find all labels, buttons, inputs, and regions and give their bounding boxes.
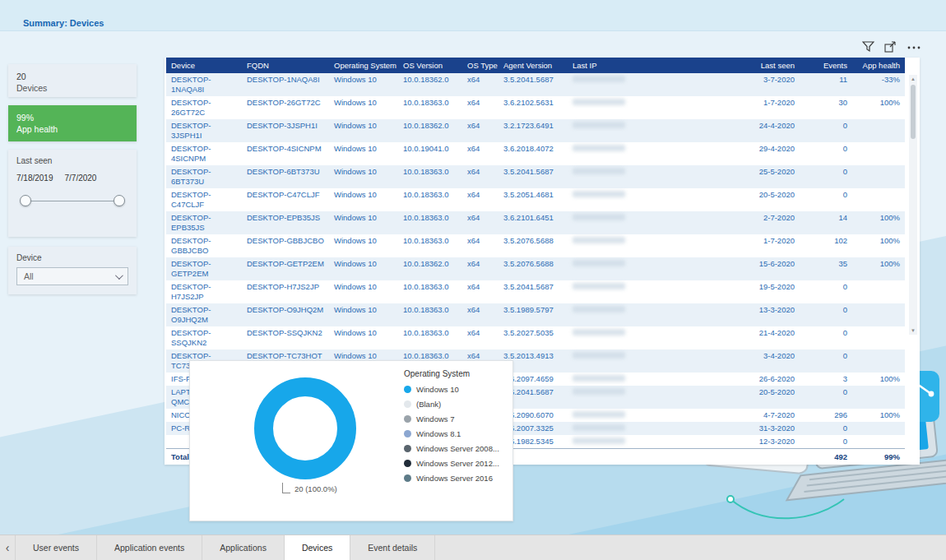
visual-toolbar — [862, 41, 921, 53]
tab-devices[interactable]: Devices — [285, 535, 350, 560]
devices-count-value: 20 — [16, 71, 128, 82]
device-dropdown[interactable]: All — [16, 267, 128, 285]
legend-item[interactable]: (Blank) — [404, 400, 499, 409]
filter-icon[interactable] — [862, 41, 874, 53]
table-header-row: DeviceFQDNOperating SystemOS VersionOS T… — [166, 58, 905, 73]
tab-applications[interactable]: Applications — [202, 535, 285, 560]
legend-item[interactable]: Windows 7 — [404, 414, 499, 423]
column-header-os-version[interactable]: OS Version — [398, 58, 462, 73]
redacted-ip-value — [573, 329, 625, 336]
last-seen-end-date[interactable]: 7/7/2020 — [65, 174, 97, 183]
tab-scroll-left-icon[interactable]: ‹ — [0, 535, 15, 560]
legend-item[interactable]: Windows Server 2008... — [404, 444, 499, 453]
column-header-last-ip[interactable]: Last IP — [568, 58, 730, 73]
table-row[interactable]: DESKTOP-26GT72CDESKTOP-26GT72CWindows 10… — [166, 96, 905, 119]
column-header-app-health[interactable]: App health — [852, 58, 905, 73]
column-header-operating-system[interactable]: Operating System — [329, 58, 398, 73]
table-row[interactable]: DESKTOP-SSQJKN2DESKTOP-SSQJKN2Windows 10… — [166, 326, 905, 349]
table-row[interactable]: DESKTOP-1NAQA8IDESKTOP-1NAQA8IWindows 10… — [166, 73, 905, 96]
table-scrollbar[interactable]: ▲ ▼ — [909, 75, 917, 335]
redacted-ip-value — [573, 437, 625, 444]
scrollbar-track[interactable] — [910, 83, 916, 326]
scrollbar-thumb[interactable] — [911, 85, 916, 139]
total-app-health: 99% — [852, 449, 905, 465]
redacted-ip-value — [573, 145, 625, 151]
more-options-icon[interactable] — [907, 41, 921, 53]
scroll-up-icon[interactable]: ▲ — [911, 75, 916, 83]
chevron-down-icon — [115, 271, 123, 280]
label-connector-line — [282, 483, 290, 493]
legend-dot-icon — [404, 445, 411, 452]
cell-last-ip — [568, 303, 730, 326]
legend-label: Windows 10 — [416, 385, 459, 394]
table-row[interactable]: DESKTOP-GBBJCBODESKTOP-GBBJCBOWindows 10… — [166, 234, 905, 257]
redacted-ip-value — [573, 260, 625, 266]
redacted-ip-value — [573, 191, 625, 197]
legend-item[interactable]: Windows 8.1 — [404, 429, 499, 438]
table-row[interactable]: DESKTOP-C47CLJFDESKTOP-C47CLJFWindows 10… — [166, 188, 905, 211]
legend-label: Windows Server 2012... — [416, 459, 499, 468]
legend-item[interactable]: Windows 10 — [404, 385, 499, 394]
cell-last-ip — [568, 96, 730, 119]
legend-label: (Blank) — [416, 400, 441, 409]
legend-dot-icon — [404, 474, 411, 482]
tab-event-details[interactable]: Event details — [350, 535, 435, 560]
last-seen-slicer: Last seen 7/18/2019 7/7/2020 — [8, 150, 137, 237]
devices-count-card: 20 Devices — [8, 64, 137, 97]
scroll-down-icon[interactable]: ▼ — [911, 326, 916, 335]
legend-label: Windows Server 2008... — [416, 444, 499, 453]
table-row[interactable]: DESKTOP-4SICNPMDESKTOP-4SICNPMWindows 10… — [166, 142, 905, 165]
table-row[interactable]: DESKTOP-O9JHQ2MDESKTOP-O9JHQ2MWindows 10… — [166, 303, 905, 326]
cell-last-ip — [568, 349, 730, 373]
chart-legend: Operating System Windows 10(Blank)Window… — [404, 369, 499, 488]
focus-mode-icon[interactable] — [884, 41, 897, 53]
donut-ring[interactable] — [254, 377, 356, 479]
legend-dot-icon — [404, 430, 411, 437]
redacted-ip-value — [573, 388, 625, 395]
last-seen-start-date[interactable]: 7/18/2019 — [16, 174, 53, 183]
legend-item[interactable]: Windows Server 2016 — [404, 474, 499, 483]
table-row[interactable]: DESKTOP-6BT373UDESKTOP-6BT373UWindows 10… — [166, 165, 905, 188]
cell-last-ip — [568, 422, 730, 435]
column-header-agent-version[interactable]: Agent Version — [499, 58, 568, 73]
column-header-device[interactable]: Device — [166, 58, 242, 73]
table-row[interactable]: DESKTOP-EPB35JSDESKTOP-EPB35JSWindows 10… — [166, 211, 905, 234]
table-row[interactable]: DESKTOP-H7JS2JPDESKTOP-H7JS2JPWindows 10… — [166, 280, 905, 303]
report-tab-bar: ‹ User eventsApplication eventsApplicati… — [0, 535, 946, 560]
legend-item[interactable]: Windows Server 2012... — [404, 459, 499, 468]
cell-last-ip — [568, 165, 730, 188]
redacted-ip-value — [573, 168, 625, 174]
legend-list: Windows 10(Blank)Windows 7Windows 8.1Win… — [404, 385, 499, 483]
date-range-slider[interactable] — [23, 201, 122, 201]
tab-application-events[interactable]: Application events — [97, 535, 202, 560]
tab-user-events[interactable]: User events — [15, 535, 97, 560]
legend-dot-icon — [404, 386, 411, 393]
device-slicer-label: Device — [16, 253, 128, 262]
cell-last-ip — [568, 373, 730, 386]
title-band — [0, 0, 946, 31]
cell-last-ip — [568, 386, 730, 409]
column-header-events[interactable]: Events — [800, 58, 852, 73]
device-slicer: Device All — [8, 247, 137, 294]
cell-last-ip — [568, 73, 730, 96]
cell-last-ip — [568, 234, 730, 257]
legend-title: Operating System — [404, 369, 499, 378]
cell-last-ip — [568, 280, 730, 303]
table-row[interactable]: DESKTOP-GETP2EMDESKTOP-GETP2EMWindows 10… — [166, 257, 905, 280]
legend-dot-icon — [404, 460, 411, 467]
redacted-ip-value — [573, 99, 625, 105]
dashboard-root: Summary: Devices 20 Devices 99% App heal… — [0, 0, 946, 560]
total-events: 492 — [800, 449, 852, 465]
cell-last-ip — [568, 142, 730, 165]
column-header-last-seen[interactable]: Last seen — [730, 58, 800, 73]
cell-last-ip — [568, 257, 730, 280]
column-header-os-type[interactable]: OS Type — [462, 58, 499, 73]
column-header-fqdn[interactable]: FQDN — [242, 58, 329, 73]
app-health-card: 99% App health — [8, 105, 137, 141]
tab-list: User eventsApplication eventsApplication… — [15, 535, 435, 560]
slider-handle-start[interactable] — [20, 195, 31, 206]
table-row[interactable]: DESKTOP-3JSPH1IDESKTOP-3JSPH1IWindows 10… — [166, 119, 905, 142]
legend-dot-icon — [404, 415, 411, 423]
redacted-ip-value — [573, 76, 625, 82]
slider-handle-end[interactable] — [114, 195, 125, 206]
